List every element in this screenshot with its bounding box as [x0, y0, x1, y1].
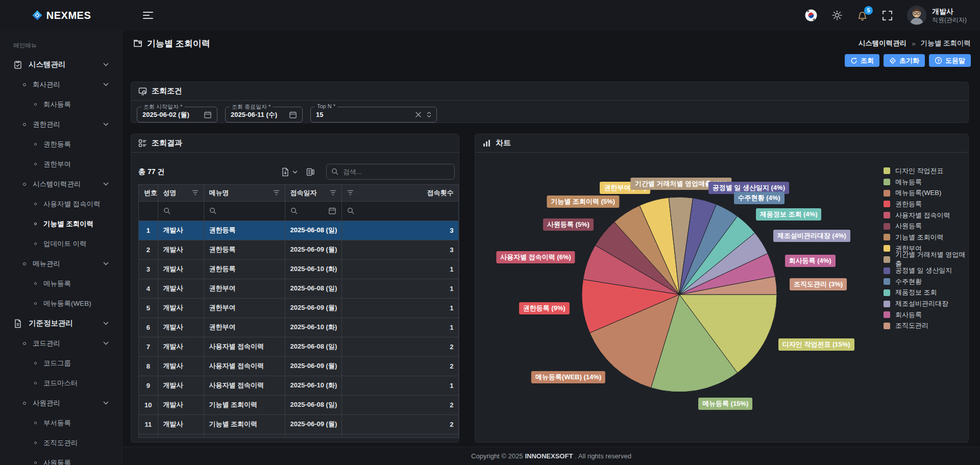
- legend-item[interactable]: 권한등록: [884, 199, 968, 210]
- table-cell: 3: [341, 221, 459, 240]
- field-value[interactable]: 15: [316, 111, 412, 118]
- number-stepper[interactable]: [427, 112, 431, 117]
- table-row[interactable]: 8개발사사용자별 접속이력2025-06-09 (월)2: [139, 356, 459, 376]
- sidebar-item[interactable]: 권한부여: [0, 154, 122, 174]
- table-cell: 2025-06-10 (화): [285, 376, 341, 395]
- sidebar-item[interactable]: 코드그룹: [0, 353, 122, 373]
- user-menu[interactable]: 개발사 직원(관리자): [906, 5, 967, 26]
- table-row[interactable]: 1개발사권한등록2025-06-08 (일)3: [139, 221, 459, 240]
- sidebar-item[interactable]: 코드마스터: [0, 373, 122, 393]
- table-row[interactable]: 9개발사사용자별 접속이력2025-06-10 (화)1: [139, 376, 459, 395]
- table-row[interactable]: 11개발사기능별 조회이력2025-06-09 (월)2: [139, 414, 459, 434]
- sidebar-item[interactable]: 권한관리: [0, 114, 122, 134]
- filter-icon[interactable]: [273, 190, 280, 195]
- legend-item[interactable]: 사원등록: [884, 221, 968, 232]
- sidebar-item[interactable]: 조직도관리: [0, 433, 122, 453]
- sidebar-item[interactable]: 권한등록: [0, 134, 122, 154]
- sidebar-item[interactable]: 기능별 조회이력: [0, 214, 122, 234]
- sidebar-item[interactable]: 사용자별 접속이력: [0, 194, 122, 214]
- calendar-icon[interactable]: [328, 207, 336, 215]
- column-header[interactable]: 메뉴명: [204, 185, 285, 201]
- field-value[interactable]: 2025-06-11 (수): [231, 110, 286, 119]
- table-cell: 9: [139, 376, 158, 395]
- sidebar-item[interactable]: 회사관리: [0, 75, 122, 94]
- sidebar-item[interactable]: 메뉴등록(WEB): [0, 293, 122, 313]
- table-cell: 3: [139, 259, 158, 279]
- column-header[interactable]: 접속일자: [285, 185, 341, 201]
- table-row[interactable]: 5개발사권한부여2025-06-09 (월)1: [139, 298, 459, 317]
- columns-settings-button[interactable]: [305, 166, 316, 178]
- bullet-icon: [23, 402, 26, 405]
- legend-item[interactable]: 수주현황: [884, 276, 968, 287]
- legend-item[interactable]: 기능별 조회이력: [884, 232, 968, 243]
- top-n-field[interactable]: Top N *15: [310, 107, 437, 123]
- table-row[interactable]: 10개발사기능별 조회이력2025-06-08 (일)2: [139, 395, 459, 414]
- reset-button[interactable]: 초기화: [884, 54, 925, 67]
- table-search: [326, 164, 455, 180]
- filter-cell[interactable]: [341, 201, 459, 221]
- filter-icon[interactable]: [347, 190, 354, 195]
- sidebar-item[interactable]: 메뉴등록: [0, 274, 122, 293]
- legend-item[interactable]: 메뉴등록: [884, 177, 968, 188]
- sidebar-item[interactable]: 사원관리: [0, 393, 122, 413]
- language-korea-flag-icon[interactable]: [804, 9, 818, 22]
- filter-cell[interactable]: [158, 201, 204, 221]
- clear-x-icon[interactable]: [415, 111, 422, 118]
- column-header[interactable]: 번호: [139, 185, 158, 201]
- table-row[interactable]: 2개발사권한등록2025-06-09 (월)3: [139, 240, 459, 259]
- menu-toggle-button[interactable]: [140, 9, 156, 22]
- sidebar-item[interactable]: 사원등록: [0, 453, 122, 465]
- legend-item[interactable]: 공정별 일 생산일지: [884, 265, 968, 276]
- sidebar-item-label: 사원관리: [33, 399, 60, 408]
- field-label: Top N *: [315, 103, 337, 109]
- calendar-icon[interactable]: [289, 111, 297, 119]
- legend-item[interactable]: 디자인 작업전표: [884, 165, 968, 177]
- search-input[interactable]: [326, 164, 455, 180]
- legend-item[interactable]: 기간별 거래처별 영업매출: [884, 254, 968, 265]
- theme-sun-icon[interactable]: [831, 10, 843, 21]
- fullscreen-icon[interactable]: [882, 10, 893, 21]
- legend-item[interactable]: 회사등록: [884, 309, 968, 321]
- legend-item[interactable]: 메뉴등록(WEB): [884, 187, 968, 199]
- filter-icon[interactable]: [192, 190, 199, 195]
- legend-item[interactable]: 제조설비관리대장: [884, 298, 968, 309]
- sidebar-item[interactable]: 업데이트 이력: [0, 234, 122, 254]
- sidebar-item[interactable]: 시스템관리: [0, 55, 122, 75]
- field-value[interactable]: 2025-06-02 (월): [142, 110, 201, 119]
- table-row[interactable]: 3개발사권한등록2025-06-10 (화)1: [139, 259, 459, 279]
- export-chevron-down-icon[interactable]: [292, 170, 298, 174]
- start-date-field[interactable]: 조회 시작일자 *2025-06-02 (월): [137, 107, 217, 123]
- table-row[interactable]: 7개발사사용자별 접속이력2025-06-08 (일)2: [139, 337, 459, 356]
- column-header[interactable]: 접속횟수: [341, 185, 459, 201]
- legend-swatch-icon: [884, 289, 890, 296]
- avatar: [906, 5, 927, 26]
- sidebar-item[interactable]: 메뉴관리: [0, 254, 122, 274]
- legend-item[interactable]: 제품정보 조회: [884, 287, 968, 299]
- filter-cell: [139, 201, 158, 221]
- filter-cell[interactable]: [285, 201, 341, 221]
- sidebar-item[interactable]: 기준정보관리: [0, 313, 122, 333]
- sidebar-item[interactable]: 부서등록: [0, 413, 122, 433]
- filter-cell[interactable]: [204, 201, 285, 221]
- sidebar-item[interactable]: 회사등록: [0, 94, 122, 114]
- table-row[interactable]: 6개발사권한부여2025-06-10 (화)1: [139, 317, 459, 337]
- sidebar-item[interactable]: 코드관리: [0, 333, 122, 353]
- refresh-icon: [850, 57, 857, 64]
- query-button[interactable]: 조회: [845, 54, 879, 67]
- legend-item[interactable]: 조직도관리: [884, 321, 968, 332]
- pie-label: 메뉴등록 (15%): [698, 398, 752, 410]
- legend-item[interactable]: 사용자별 접속이력: [884, 210, 968, 221]
- user-name: 개발사: [932, 7, 967, 16]
- help-button[interactable]: ?도움말: [929, 54, 971, 67]
- calendar-icon[interactable]: [204, 111, 212, 119]
- filter-icon[interactable]: [330, 190, 336, 195]
- end-date-field[interactable]: 조회 종료일자 *2025-06-11 (수): [225, 107, 303, 123]
- sidebar-item[interactable]: 시스템이력관리: [0, 174, 122, 194]
- export-button[interactable]: [280, 166, 291, 178]
- table-row[interactable]: 4개발사권한부여2025-06-08 (일)1: [139, 279, 459, 298]
- breadcrumb-parent[interactable]: 시스템이력관리: [859, 39, 907, 48]
- column-header[interactable]: 성명: [158, 185, 204, 201]
- logo[interactable]: NEXMES: [0, 10, 122, 21]
- table-cell: 1: [341, 259, 459, 279]
- notifications-button[interactable]: 5: [856, 10, 868, 21]
